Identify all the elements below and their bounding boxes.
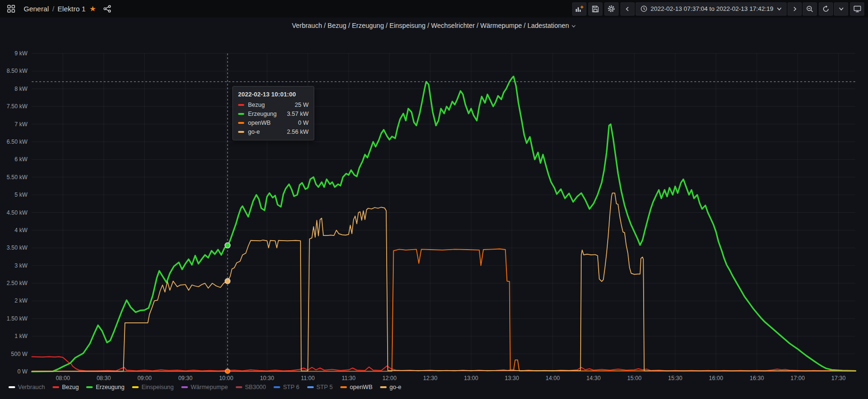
x-tick-label: 12:30 bbox=[415, 375, 445, 382]
legend-color-swatch bbox=[53, 386, 59, 388]
x-tick-label: 09:30 bbox=[170, 375, 201, 382]
y-tick-label: 8 kW bbox=[0, 86, 27, 92]
x-tick-label: 11:30 bbox=[334, 375, 364, 382]
tooltip: 2022-02-13 10:01:00 Bezug25 WErzeugung3.… bbox=[232, 86, 314, 140]
panel-title-label: Verbrauch / Bezug / Erzeugung / Einspeis… bbox=[292, 22, 569, 29]
series-color-swatch bbox=[238, 113, 244, 115]
x-tick-label: 08:30 bbox=[89, 375, 119, 382]
legend-color-swatch bbox=[307, 386, 314, 388]
y-tick-label: 5 kW bbox=[0, 191, 27, 198]
x-tick-label: 12:00 bbox=[374, 375, 405, 382]
legend-label: STP 5 bbox=[317, 384, 333, 390]
legend-item-Wärmepumpe[interactable]: Wärmepumpe bbox=[181, 384, 228, 390]
y-tick-label: 2.50 kW bbox=[0, 280, 27, 286]
top-navbar: General / Elektro 1 ★ bbox=[0, 0, 868, 17]
y-tick-label: 3 kW bbox=[0, 262, 27, 269]
x-tick-label: 14:00 bbox=[538, 375, 568, 382]
breadcrumb-dashboard[interactable]: Elektro 1 bbox=[58, 5, 86, 13]
kiosk-mode-button[interactable] bbox=[850, 2, 864, 16]
tooltip-series-value: 3.57 kW bbox=[287, 111, 309, 117]
y-tick-label: 7.50 kW bbox=[0, 103, 27, 110]
favorite-star-icon[interactable]: ★ bbox=[89, 5, 97, 13]
legend-item-Verbrauch[interactable]: Verbrauch bbox=[9, 384, 45, 390]
tooltip-series-value: 0 W bbox=[298, 120, 309, 126]
x-tick-label: 08:00 bbox=[48, 375, 78, 382]
add-panel-button[interactable] bbox=[572, 2, 586, 16]
y-tick-label: 7 kW bbox=[0, 121, 27, 128]
legend-label: Einspeisung bbox=[142, 384, 174, 390]
x-tick-label: 13:30 bbox=[497, 375, 527, 382]
x-tick-label: 17:30 bbox=[824, 375, 854, 382]
legend-label: SB3000 bbox=[245, 384, 266, 390]
y-tick-label: 5.50 kW bbox=[0, 174, 27, 181]
legend-color-swatch bbox=[340, 386, 347, 388]
legend-item-openWB[interactable]: openWB bbox=[340, 384, 372, 390]
y-tick-label: 6.50 kW bbox=[0, 139, 27, 145]
legend-item-STP 6[interactable]: STP 6 bbox=[274, 384, 300, 390]
y-tick-label: 2 kW bbox=[0, 297, 27, 304]
add-panel-icon bbox=[575, 5, 584, 13]
legend-color-swatch bbox=[236, 386, 242, 388]
zoom-out-button[interactable] bbox=[803, 2, 817, 16]
tooltip-series-name: openWB bbox=[248, 120, 293, 126]
plot-canvas bbox=[0, 0, 868, 399]
refresh-interval-dropdown[interactable] bbox=[834, 2, 848, 16]
x-tick-label: 16:30 bbox=[742, 375, 772, 382]
legend-item-STP 5[interactable]: STP 5 bbox=[307, 384, 333, 390]
gear-icon bbox=[607, 5, 615, 13]
tooltip-row-go-e: go-e2.56 kW bbox=[238, 129, 309, 135]
time-range-picker[interactable]: 2022-02-13 07:37:04 to 2022-02-13 17:42:… bbox=[636, 2, 787, 16]
legend: VerbrauchBezugErzeugungEinspeisungWärmep… bbox=[9, 384, 401, 390]
dashboards-grid-button[interactable] bbox=[4, 2, 18, 16]
share-button[interactable] bbox=[100, 2, 114, 16]
legend-color-swatch bbox=[274, 386, 280, 388]
tooltip-timestamp: 2022-02-13 10:01:00 bbox=[238, 91, 309, 98]
breadcrumb-folder[interactable]: General bbox=[24, 5, 49, 13]
share-icon bbox=[103, 5, 111, 13]
chevron-down-icon bbox=[777, 7, 782, 11]
legend-item-go-e[interactable]: go-e bbox=[380, 384, 401, 390]
refresh-icon bbox=[822, 5, 830, 13]
tooltip-series-name: Erzeugung bbox=[248, 111, 282, 117]
tooltip-series-value: 2.56 kW bbox=[287, 129, 309, 135]
time-shift-back-button[interactable] bbox=[620, 2, 635, 16]
legend-item-Einspeisung[interactable]: Einspeisung bbox=[132, 384, 174, 390]
y-tick-label: 3.50 kW bbox=[0, 244, 27, 251]
legend-label: Verbrauch bbox=[18, 384, 45, 390]
series-color-swatch bbox=[238, 104, 244, 106]
legend-label: Wärmepumpe bbox=[191, 384, 228, 390]
x-tick-label: 17:00 bbox=[782, 375, 813, 382]
hover-point-go-e bbox=[225, 278, 230, 284]
time-series-chart[interactable]: 0 W500 W1 kW1.50 kW2 kW2.50 kW3 kW3.50 k… bbox=[0, 0, 868, 399]
x-tick-label: 09:00 bbox=[129, 375, 159, 382]
y-tick-label: 6 kW bbox=[0, 156, 27, 163]
chevron-down-icon bbox=[839, 7, 844, 11]
time-shift-forward-button[interactable] bbox=[788, 2, 802, 16]
legend-color-swatch bbox=[181, 386, 188, 388]
panel-title[interactable]: Verbrauch / Bezug / Erzeugung / Einspeis… bbox=[292, 22, 576, 29]
y-tick-label: 500 W bbox=[0, 351, 27, 357]
save-dashboard-button[interactable] bbox=[588, 2, 602, 16]
panel-menu-caret-icon bbox=[571, 22, 576, 29]
series-color-swatch bbox=[238, 131, 244, 133]
time-range-label: 2022-02-13 07:37:04 to 2022-02-13 17:42:… bbox=[651, 5, 774, 12]
legend-item-SB3000[interactable]: SB3000 bbox=[236, 384, 266, 390]
x-tick-label: 15:00 bbox=[619, 375, 649, 382]
refresh-button[interactable] bbox=[819, 2, 833, 16]
chevron-right-icon bbox=[792, 6, 797, 12]
y-tick-label: 8.50 kW bbox=[0, 68, 27, 74]
legend-item-Bezug[interactable]: Bezug bbox=[53, 384, 79, 390]
legend-label: Erzeugung bbox=[96, 384, 124, 390]
y-tick-label: 1.50 kW bbox=[0, 315, 27, 322]
x-tick-label: 10:00 bbox=[211, 375, 241, 382]
legend-item-Erzeugung[interactable]: Erzeugung bbox=[86, 384, 124, 390]
legend-color-swatch bbox=[86, 386, 93, 388]
chevron-left-icon bbox=[625, 6, 630, 12]
legend-label: go-e bbox=[390, 384, 401, 390]
dashboard-settings-button[interactable] bbox=[604, 2, 619, 16]
series-line-openWB bbox=[32, 249, 855, 372]
x-tick-label: 11:00 bbox=[292, 375, 323, 382]
y-tick-label: 0 W bbox=[0, 368, 27, 375]
x-tick-label: 16:00 bbox=[701, 375, 731, 382]
legend-color-swatch bbox=[380, 386, 387, 388]
